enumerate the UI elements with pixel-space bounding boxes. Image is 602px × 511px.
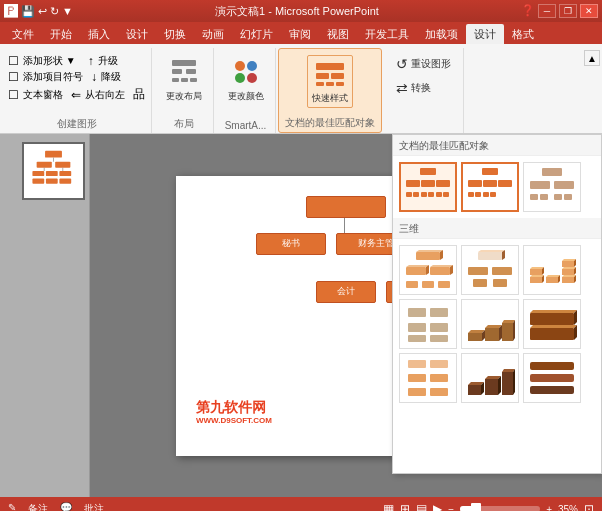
svg-rect-11 <box>316 73 329 79</box>
svg-rect-50 <box>540 194 548 200</box>
tab-insert[interactable]: 插入 <box>80 24 118 44</box>
quick-style-btn[interactable]: 快速样式 <box>307 55 353 108</box>
3d-item-5[interactable] <box>461 299 519 349</box>
svg-rect-93 <box>430 323 448 332</box>
svg-rect-95 <box>430 335 448 342</box>
3d-item-3[interactable] <box>523 245 581 295</box>
svg-marker-54 <box>416 250 443 252</box>
3d-item-8[interactable] <box>461 353 519 403</box>
svg-rect-112 <box>430 360 448 368</box>
quickstyle-group-label: 文档的最佳匹配对象 <box>285 114 375 130</box>
tab-review[interactable]: 审阅 <box>281 24 319 44</box>
close-button[interactable]: ✕ <box>580 4 598 18</box>
watermark-text: 第九软件网 <box>196 399 272 416</box>
slide-sorter-btn[interactable]: ⊞ <box>400 502 410 511</box>
svg-marker-82 <box>562 275 576 277</box>
zoom-out-btn[interactable]: − <box>448 504 454 512</box>
svg-rect-5 <box>190 78 197 82</box>
normal-view-btn[interactable]: ▦ <box>383 502 394 511</box>
ribbon-group-quickstyle: 快速样式 文档的最佳匹配对象 <box>278 48 382 133</box>
kuaiji-label: 会计 <box>337 285 355 298</box>
tab-dev[interactable]: 开发工具 <box>357 24 417 44</box>
text-pane-label[interactable]: 文本窗格 <box>23 88 63 102</box>
change-color-btn[interactable]: 更改颜色 <box>224 54 268 105</box>
reset-btn[interactable]: ↺ 重设图形 <box>394 54 453 74</box>
downgrade-label[interactable]: 降级 <box>101 70 121 84</box>
svg-rect-34 <box>421 192 427 197</box>
svg-rect-116 <box>430 388 448 396</box>
customize-icon[interactable]: ▼ <box>62 5 73 17</box>
svg-rect-69 <box>492 267 512 275</box>
tab-start[interactable]: 开始 <box>42 24 80 44</box>
tab-format[interactable]: 格式 <box>504 24 542 44</box>
style-item-3[interactable] <box>523 162 581 212</box>
zoom-bar <box>460 506 540 511</box>
slide-panel: 1 <box>0 134 90 497</box>
restore-button[interactable]: ❐ <box>559 4 577 18</box>
add-shape-label[interactable]: 添加形状 ▼ <box>23 54 76 68</box>
3d-item-2[interactable] <box>461 245 519 295</box>
3d-item-7[interactable] <box>399 353 457 403</box>
convert-btn[interactable]: ⇄ 转换 <box>394 78 433 98</box>
quick-style-dropdown[interactable]: 文档的最佳匹配对象 <box>392 134 602 474</box>
svg-marker-57 <box>406 265 429 267</box>
title-bar-left: 🅿 💾 ↩ ↻ ▼ <box>4 3 73 19</box>
ribbon-group-quickstyle-content: 快速样式 <box>307 51 353 114</box>
reading-view-btn[interactable]: ▤ <box>416 502 427 511</box>
rtl-label[interactable]: 从右向左 <box>85 88 125 102</box>
presentation-btn[interactable]: ▶ <box>433 502 442 511</box>
ribbon-group-smartart-content: 更改颜色 <box>224 50 268 118</box>
zoom-level[interactable]: 35% <box>558 504 578 512</box>
3d-item-1[interactable] <box>399 245 457 295</box>
3d-item-6[interactable] <box>523 299 581 349</box>
minimize-button[interactable]: ─ <box>538 4 556 18</box>
style-item-1[interactable] <box>399 162 457 212</box>
zoom-handle[interactable] <box>471 503 481 511</box>
help-icon[interactable]: ❓ <box>521 4 535 18</box>
tab-design[interactable]: 设计 <box>118 24 156 44</box>
svg-marker-109 <box>530 310 577 313</box>
fit-slide-btn[interactable]: ⊡ <box>584 502 594 511</box>
tab-addins[interactable]: 加载项 <box>417 24 466 44</box>
svg-rect-23 <box>46 171 58 176</box>
ribbon-collapse-btn[interactable]: ▲ <box>584 50 600 66</box>
svg-rect-52 <box>564 194 572 200</box>
undo-icon[interactable]: ↩ <box>38 5 47 18</box>
ribbon-group-reset: ↺ 重设图形 ⇄ 转换 <box>384 48 464 133</box>
svg-point-6 <box>235 61 245 71</box>
comments-label[interactable]: 批注 <box>84 502 104 511</box>
svg-rect-35 <box>428 192 434 197</box>
watermark: 第九软件网 WWW.D9SOFT.COM <box>196 399 272 425</box>
quick-save-icon[interactable]: 💾 <box>21 5 35 18</box>
slide-thumbnail[interactable] <box>22 142 85 200</box>
3d-item-9[interactable] <box>523 353 581 403</box>
svg-marker-60 <box>430 265 453 267</box>
3d-item-4[interactable] <box>399 299 457 349</box>
tab-animation[interactable]: 动画 <box>194 24 232 44</box>
upgrade-label[interactable]: 升级 <box>98 54 118 68</box>
change-color-icon <box>230 56 262 88</box>
change-layout-btn[interactable]: 更改布局 <box>162 54 206 105</box>
upgrade-icon: ↑ <box>88 54 94 68</box>
reset-icon: ↺ <box>396 56 408 72</box>
ribbon-group-layout: 更改布局 布局 <box>154 48 214 133</box>
convert-label: 转换 <box>411 81 431 95</box>
style-item-2[interactable] <box>461 162 519 212</box>
zoom-in-btn[interactable]: + <box>546 504 552 512</box>
tab-slides[interactable]: 幻灯片 <box>232 24 281 44</box>
layout-icon[interactable]: 品 <box>133 86 145 103</box>
notes-label[interactable]: 备注 <box>28 502 48 511</box>
rtl-icon: ⇐ <box>71 88 81 102</box>
redo-icon[interactable]: ↻ <box>50 5 59 18</box>
tab-switch[interactable]: 切换 <box>156 24 194 44</box>
tab-file[interactable]: 文件 <box>4 24 42 44</box>
tab-design2[interactable]: 设计 <box>466 24 504 44</box>
svg-rect-24 <box>59 171 71 176</box>
text-pane-icon: ☐ <box>8 88 19 102</box>
tab-view[interactable]: 视图 <box>319 24 357 44</box>
window-title: 演示文稿1 - Microsoft PowerPoint <box>215 4 379 19</box>
status-right: ▦ ⊞ ▤ ▶ − + 35% ⊡ <box>383 502 594 511</box>
svg-rect-43 <box>475 192 481 197</box>
layout-group-label: 布局 <box>174 115 194 131</box>
add-bullet-label[interactable]: 添加项目符号 <box>23 70 83 84</box>
